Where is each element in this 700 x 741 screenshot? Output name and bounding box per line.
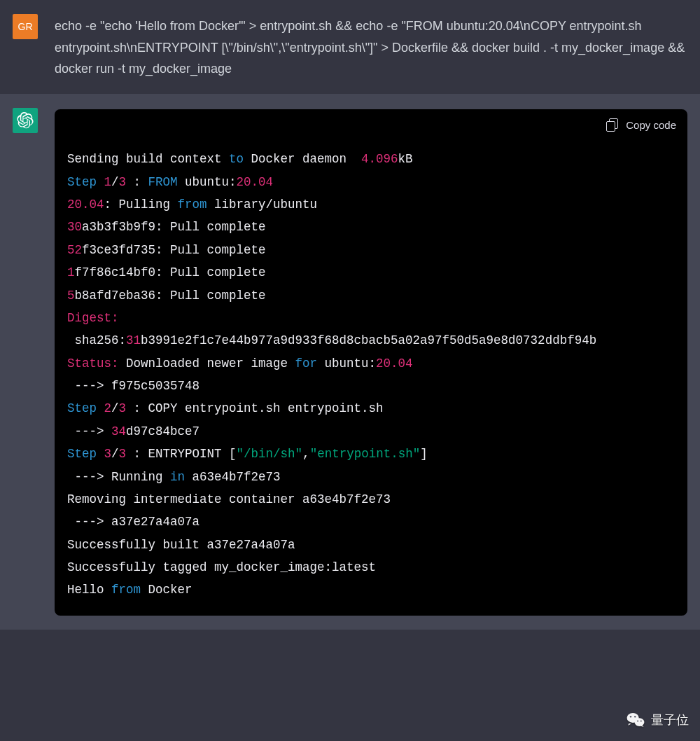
code-token: 3 <box>104 447 112 461</box>
code-token: : Pulling <box>104 198 178 212</box>
code-token: Removing intermediate container a63e4b7f… <box>67 492 391 506</box>
user-message-row: GR echo -e "echo 'Hello from Docker'" > … <box>0 0 700 94</box>
code-token: / <box>111 447 119 461</box>
code-token: a63e4b7f2e73 <box>185 470 281 484</box>
code-token: ---> f975c5035748 <box>67 379 200 393</box>
code-token: / <box>111 401 119 415</box>
code-token: : COPY entrypoint.sh entrypoint.sh <box>126 401 384 415</box>
copy-code-label: Copy code <box>626 116 676 134</box>
code-token: 2 <box>104 401 112 415</box>
code-token: ---> <box>67 424 111 438</box>
code-token: library/ubuntu <box>207 198 318 212</box>
user-message-text: echo -e "echo 'Hello from Docker'" > ent… <box>55 14 687 80</box>
code-token: b3991e2f1c7e44b977a9d933f68d8cbacb5a02a9… <box>141 333 596 347</box>
code-token: 1 <box>104 175 112 189</box>
code-token: 34 <box>111 424 126 438</box>
code-token: a3b3f3b9f9: Pull complete <box>82 220 266 234</box>
code-token: , <box>302 447 310 461</box>
code-token: ] <box>420 447 428 461</box>
code-token: / <box>111 175 119 189</box>
code-token: 52 <box>67 243 82 257</box>
code-token: Downloaded newer image <box>119 356 295 370</box>
code-token: 20.04 <box>376 356 413 370</box>
code-token: ---> a37e27a4a07a <box>67 515 200 529</box>
code-token: to <box>229 152 244 166</box>
code-block: Copy code Sending build context to Docke… <box>55 109 687 616</box>
code-token: Docker daemon <box>244 152 361 166</box>
code-token: Step <box>67 175 104 189</box>
copy-code-button[interactable]: Copy code <box>606 116 676 134</box>
code-token: 31 <box>126 333 141 347</box>
code-token: ubuntu: <box>178 175 237 189</box>
code-token: from <box>111 583 141 597</box>
code-token: Sending build context <box>67 152 229 166</box>
code-token: Step <box>67 401 104 415</box>
code-token: 20.04 <box>67 198 104 212</box>
code-token: from <box>178 198 207 212</box>
code-token: ubuntu: <box>317 356 376 370</box>
code-block-body: Sending build context to Docker daemon 4… <box>55 137 687 616</box>
code-token: sha256: <box>67 333 126 347</box>
openai-logo-icon <box>17 112 34 129</box>
code-token: 5 <box>67 289 75 303</box>
code-token: : ENTRYPOINT [ <box>126 447 237 461</box>
code-token: 1 <box>67 265 75 279</box>
assistant-message-row: Copy code Sending build context to Docke… <box>0 94 700 630</box>
code-token: FROM <box>148 175 178 189</box>
code-token: 4.096 <box>361 152 398 166</box>
code-token: 30 <box>67 220 82 234</box>
code-token: Status: <box>67 356 119 370</box>
code-token: 20.04 <box>237 175 274 189</box>
code-token: Hello <box>67 583 111 597</box>
code-token: f7f86c14bf0: Pull complete <box>75 265 266 279</box>
code-token: f3ce3fd735: Pull complete <box>82 243 266 257</box>
code-token: 3 <box>119 447 127 461</box>
user-avatar: GR <box>13 14 38 39</box>
code-token: Digest: <box>67 311 119 325</box>
clipboard-icon <box>606 118 619 132</box>
code-token: Docker <box>141 583 192 597</box>
code-token: 3 <box>119 401 127 415</box>
code-token: "entrypoint.sh" <box>310 447 421 461</box>
assistant-message-content: Copy code Sending build context to Docke… <box>55 108 687 616</box>
code-token: Step <box>67 447 104 461</box>
code-token: Successfully built a37e27a4a07a <box>67 538 295 552</box>
code-token: 3 <box>119 175 127 189</box>
code-token: d97c84bce7 <box>126 424 200 438</box>
code-token: for <box>295 356 318 370</box>
code-token: b8afd7eba36: Pull complete <box>75 289 266 303</box>
code-token: kB <box>398 152 413 166</box>
code-token: "/bin/sh" <box>237 447 303 461</box>
code-token: : <box>126 175 148 189</box>
code-token: in <box>170 470 185 484</box>
assistant-avatar <box>13 108 38 133</box>
code-token: ---> Running <box>67 470 170 484</box>
code-block-header: Copy code <box>55 109 687 137</box>
code-token: Successfully tagged my_docker_image:late… <box>67 560 376 574</box>
